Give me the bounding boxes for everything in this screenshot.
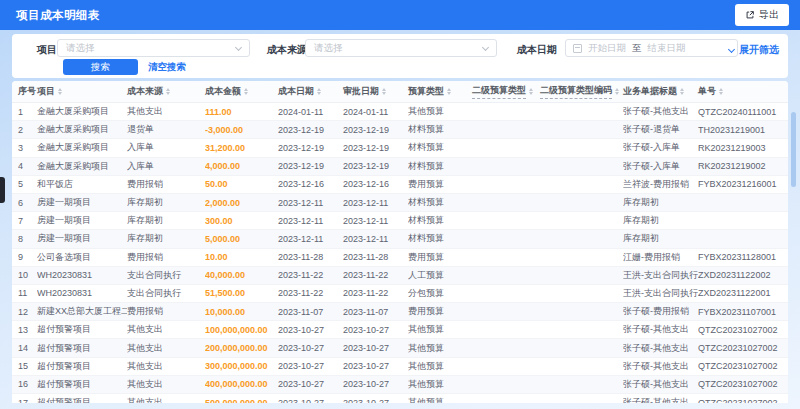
cell-doc-no: FYBX20231107001 bbox=[698, 307, 782, 317]
cell-doc-title: 张子硕-其他支出 bbox=[623, 360, 698, 373]
cell-doc-no: RK20231219003 bbox=[698, 143, 782, 153]
cell-cost-source: 费用报销 bbox=[127, 178, 205, 191]
sort-caret-icon[interactable] bbox=[719, 88, 723, 95]
cell-cost-date: 2023-11-22 bbox=[278, 270, 343, 280]
cell-budget-type: 材料预算 bbox=[408, 141, 472, 154]
project-select[interactable]: 请选择 bbox=[57, 39, 250, 57]
cell-doc-title: 张子硕-其他支出 bbox=[623, 323, 698, 336]
cell-cost-date: 2023-10-27 bbox=[278, 343, 343, 353]
cell-project: 和平饭店 bbox=[37, 178, 127, 191]
column-header-budget-type[interactable]: 预算类型 bbox=[408, 85, 472, 98]
table-row: 17超付预警项目其他支出500,000,000.002023-10-272023… bbox=[12, 394, 788, 403]
cell-project: 超付预警项目 bbox=[37, 396, 127, 403]
cell-budget-type: 材料预算 bbox=[408, 196, 472, 209]
cell-project: WH20230831 bbox=[37, 288, 127, 298]
cell-cost-date: 2023-12-19 bbox=[278, 161, 343, 171]
sort-caret-icon[interactable] bbox=[58, 88, 62, 95]
clear-search-button[interactable]: 清空搜索 bbox=[148, 61, 186, 74]
table-row: 16超付预警项目其他支出400,000,000.002023-10-272023… bbox=[12, 376, 788, 394]
cell-doc-title: 张子硕-其他支出 bbox=[623, 396, 698, 403]
filter-panel: 项目 请选择 成本来源 请选择 成本日期 开始日期 至 结束日期 展开筛选 搜索… bbox=[12, 34, 788, 78]
cost-date-range-picker[interactable]: 开始日期 至 结束日期 bbox=[565, 39, 738, 57]
cell-project: 新建XX总部大厦工程二期 bbox=[37, 305, 127, 318]
cell-budget-type: 其他预算 bbox=[408, 342, 472, 355]
search-button[interactable]: 搜索 bbox=[63, 59, 138, 75]
chevron-down-icon bbox=[235, 43, 242, 50]
column-header-sub-budget-type[interactable]: 二级预算类型 bbox=[472, 84, 540, 99]
column-header-cost-amount[interactable]: 成本金额 bbox=[205, 85, 278, 98]
chevron-down-icon bbox=[482, 43, 489, 50]
cell-doc-title: 库存期初 bbox=[623, 232, 698, 245]
cell-budget-type: 其他预算 bbox=[408, 396, 472, 403]
cell-cost-date: 2023-12-16 bbox=[278, 179, 343, 189]
cell-project: 金融大厦采购项目 bbox=[37, 160, 127, 173]
cell-budget-type: 费用预算 bbox=[408, 251, 472, 264]
column-header-doc-no[interactable]: 单号 bbox=[698, 85, 782, 98]
cell-budget-type: 费用预算 bbox=[408, 178, 472, 191]
cell-budget-type: 其他预算 bbox=[408, 378, 472, 391]
sort-caret-icon[interactable] bbox=[382, 88, 386, 95]
sort-caret-icon[interactable] bbox=[166, 88, 170, 95]
cell-approval-date: 2023-11-07 bbox=[343, 307, 408, 317]
column-header-label: 审批日期 bbox=[343, 85, 379, 98]
side-drawer-handle[interactable] bbox=[0, 177, 5, 203]
sort-caret-icon[interactable] bbox=[529, 88, 533, 95]
cell-approval-date: 2023-12-16 bbox=[343, 179, 408, 189]
cell-cost-amount: 111.00 bbox=[205, 107, 278, 117]
sort-caret-icon[interactable] bbox=[615, 88, 619, 95]
table-row: 11WH20230831支出合同执行51,500.002023-11-22202… bbox=[12, 285, 788, 303]
cell-doc-no: FYBX20231216001 bbox=[698, 179, 782, 189]
cell-doc-title: 张子硕-其他支出 bbox=[623, 105, 698, 118]
cell-cost-source: 入库单 bbox=[127, 160, 205, 173]
cell-approval-date: 2023-11-22 bbox=[343, 270, 408, 280]
cell-budget-type: 其他预算 bbox=[408, 323, 472, 336]
sort-caret-icon[interactable] bbox=[680, 88, 684, 95]
cell-cost-source: 其他支出 bbox=[127, 105, 205, 118]
cell-index: 14 bbox=[18, 343, 37, 353]
expand-filters-link[interactable]: 展开筛选 bbox=[729, 43, 779, 57]
column-header-project[interactable]: 项目 bbox=[37, 85, 127, 98]
table-row: 13超付预警项目其他支出100,000,000.002023-10-272023… bbox=[12, 321, 788, 339]
top-bar: 项目成本明细表 导出 bbox=[0, 0, 800, 30]
cell-cost-date: 2023-11-22 bbox=[278, 288, 343, 298]
cell-index: 9 bbox=[18, 252, 37, 262]
calendar-icon bbox=[573, 44, 582, 53]
cell-cost-source: 入库单 bbox=[127, 141, 205, 154]
column-header-label: 序号 bbox=[18, 85, 36, 98]
column-header-approval-date[interactable]: 审批日期 bbox=[343, 85, 408, 98]
cell-doc-no: QTZC20231027002 bbox=[698, 379, 782, 389]
column-header-cost-date[interactable]: 成本日期 bbox=[278, 85, 343, 98]
sort-caret-icon[interactable] bbox=[244, 88, 248, 95]
table-row: 4金融大厦采购项目入库单4,000.002023-12-192023-12-19… bbox=[12, 158, 788, 176]
cell-index: 13 bbox=[18, 325, 37, 335]
cell-cost-amount: 10.00 bbox=[205, 252, 278, 262]
column-header-cost-source[interactable]: 成本来源 bbox=[127, 85, 205, 98]
cell-cost-amount: 200,000,000.00 bbox=[205, 343, 278, 353]
cell-doc-title: 王洪-支出合同执行 bbox=[623, 287, 698, 300]
cell-cost-amount: 300,000,000.00 bbox=[205, 361, 278, 371]
cell-budget-type: 材料预算 bbox=[408, 123, 472, 136]
vertical-scrollbar-thumb[interactable] bbox=[791, 112, 796, 187]
cell-cost-source: 其他支出 bbox=[127, 342, 205, 355]
cell-project: 房建一期项目 bbox=[37, 232, 127, 245]
cell-approval-date: 2023-12-19 bbox=[343, 125, 408, 135]
cell-doc-no: ZXD20231122001 bbox=[698, 288, 782, 298]
cell-approval-date: 2023-12-11 bbox=[343, 198, 408, 208]
cost-date-filter-label: 成本日期 bbox=[517, 43, 557, 57]
column-header-sub-budget-code[interactable]: 二级预算类型编码 bbox=[540, 84, 623, 99]
column-header-doc-title[interactable]: 业务单据标题 bbox=[623, 85, 698, 98]
export-button[interactable]: 导出 bbox=[735, 4, 789, 26]
cell-cost-amount: 400,000,000.00 bbox=[205, 379, 278, 389]
cell-approval-date: 2023-10-27 bbox=[343, 398, 408, 403]
cell-doc-title: 张子硕-费用报销 bbox=[623, 305, 698, 318]
cell-doc-title: 兰祥波-费用报销 bbox=[623, 178, 698, 191]
cell-budget-type: 分包预算 bbox=[408, 287, 472, 300]
sort-caret-icon[interactable] bbox=[317, 88, 321, 95]
sort-caret-icon[interactable] bbox=[447, 88, 451, 95]
cell-cost-amount: 2,000.00 bbox=[205, 198, 278, 208]
cost-source-select[interactable]: 请选择 bbox=[305, 39, 497, 57]
cell-cost-amount: 300.00 bbox=[205, 216, 278, 226]
column-header-label: 单号 bbox=[698, 85, 716, 98]
cell-approval-date: 2024-01-11 bbox=[343, 107, 408, 117]
cell-doc-no: ZXD20231122002 bbox=[698, 270, 782, 280]
